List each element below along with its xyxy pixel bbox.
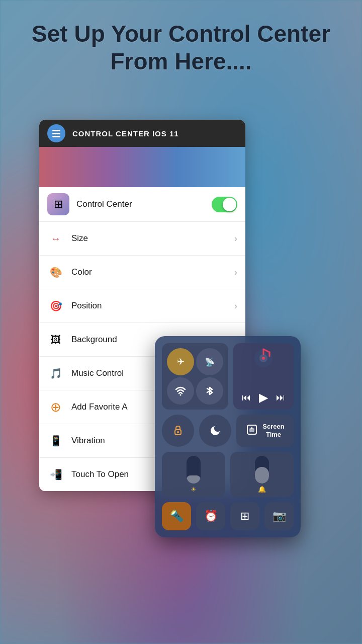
cc-play-btn[interactable]: ▶ xyxy=(259,390,268,405)
svg-point-8 xyxy=(177,431,179,433)
cc-second-row: ScreenTime xyxy=(162,415,294,447)
color-chevron: › xyxy=(234,267,237,278)
cc-music-cell: ⏮ ▶ ⏭ xyxy=(233,343,294,410)
color-strip xyxy=(39,147,245,187)
menu-item-position[interactable]: 🎯 Position › xyxy=(39,289,245,323)
control-center-toggle-row[interactable]: ⊞ Control Center xyxy=(39,187,245,222)
cc-bluetooth-btn[interactable] xyxy=(196,377,223,405)
menu-item-size[interactable]: ↔ Size › xyxy=(39,222,245,256)
menu-bars-icon xyxy=(52,130,60,137)
volume-slider[interactable] xyxy=(255,456,269,484)
cc-rotation-lock-btn[interactable] xyxy=(162,415,194,447)
vibration-icon: 📱 xyxy=(47,432,64,449)
cc-next-btn[interactable]: ⏭ xyxy=(276,392,285,403)
size-icon: ↔ xyxy=(47,230,64,247)
brightness-slider[interactable] xyxy=(187,456,201,484)
touch-to-open-icon: 📲 xyxy=(47,466,64,483)
menu-item-color[interactable]: 🎨 Color › xyxy=(39,256,245,289)
cc-flashlight-btn[interactable]: 🔦 xyxy=(162,502,191,530)
control-center-app-icon: ⊞ xyxy=(47,193,69,215)
cc-connectivity-quadrant: ✈ 📡 xyxy=(162,343,228,410)
svg-point-3 xyxy=(262,357,265,360)
size-chevron: › xyxy=(234,233,237,244)
cc-moon-btn[interactable] xyxy=(199,415,231,447)
color-label: Color xyxy=(71,267,227,277)
cc-top-grid: ✈ 📡 xyxy=(162,343,294,410)
ios-control-center-panel: ✈ 📡 xyxy=(155,336,301,537)
toggle-thumb xyxy=(223,198,236,211)
settings-header: CONTROL CENTER IOS 11 xyxy=(39,120,245,147)
color-icon: 🎨 xyxy=(47,264,64,281)
cc-music-icon xyxy=(253,348,274,372)
cc-calculator-btn[interactable]: ⊞ xyxy=(230,502,259,530)
cc-prev-btn[interactable]: ⏮ xyxy=(242,392,251,403)
cc-screen-time-btn[interactable]: ScreenTime xyxy=(236,415,294,447)
cc-hotspot-btn[interactable]: 📡 xyxy=(196,348,223,375)
control-center-toggle[interactable] xyxy=(212,197,237,212)
size-label: Size xyxy=(71,233,227,244)
cc-airplane-btn[interactable]: ✈ xyxy=(167,348,194,375)
position-label: Position xyxy=(71,301,227,311)
screen-time-label: ScreenTime xyxy=(262,423,284,438)
brightness-icon: ☀ xyxy=(191,486,197,493)
cc-wifi-btn[interactable] xyxy=(167,377,194,405)
add-favorite-icon: ⊕ xyxy=(47,398,64,416)
settings-panel-title: CONTROL CENTER IOS 11 xyxy=(72,129,179,138)
headline: Set Up Your Control Center From Here.... xyxy=(0,20,362,75)
cc-alarm-btn[interactable]: ⏰ xyxy=(196,502,225,530)
cc-sliders-row: ☀ 🔔 xyxy=(162,452,294,497)
cc-bottom-row: 🔦 ⏰ ⊞ 📷 xyxy=(162,502,294,530)
header-icon xyxy=(47,124,65,142)
background-icon: 🖼 xyxy=(47,331,64,348)
volume-icon: 🔔 xyxy=(258,486,266,493)
cc-camera-btn[interactable]: 📷 xyxy=(264,502,294,530)
cc-music-controls: ⏮ ▶ ⏭ xyxy=(242,390,285,405)
headline-line2: From Here.... xyxy=(110,48,251,74)
svg-point-0 xyxy=(180,394,182,396)
screen-time-lock-icon xyxy=(245,423,258,439)
control-center-label: Control Center xyxy=(76,199,205,209)
headline-line1: Set Up Your Control Center xyxy=(32,21,330,47)
position-icon: 🎯 xyxy=(47,297,64,314)
position-chevron: › xyxy=(234,301,237,311)
music-control-icon: 🎵 xyxy=(47,365,64,382)
